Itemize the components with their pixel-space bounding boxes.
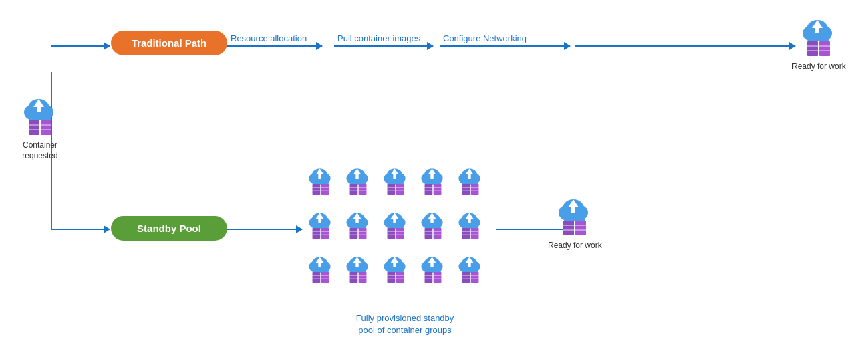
pool-icon-1 (303, 164, 338, 207)
svg-rect-72 (434, 184, 442, 195)
svg-rect-94 (321, 228, 329, 239)
label-pull-images: Pull container images (337, 33, 420, 43)
pool-icon-12 (341, 253, 376, 296)
svg-rect-116 (396, 228, 404, 239)
svg-rect-49 (350, 184, 358, 195)
svg-rect-104 (350, 228, 358, 239)
ready-for-work-top-label: Ready for work (792, 62, 846, 72)
ready-for-work-bottom-icon: Ready for work (548, 194, 602, 251)
svg-rect-148 (313, 272, 321, 283)
standby-pool-grid (303, 164, 488, 296)
pool-icon-10 (453, 209, 488, 251)
svg-rect-28 (575, 221, 586, 235)
svg-rect-105 (359, 228, 367, 239)
svg-rect-149 (321, 272, 329, 283)
svg-rect-193 (471, 272, 479, 283)
pool-icon-13 (378, 253, 413, 296)
container-requested-label: Containerrequested (22, 140, 57, 161)
arrow-standby-to-pool (227, 229, 302, 230)
pool-icon-15 (453, 253, 488, 296)
diagram: Resource allocation Pull container image… (0, 0, 868, 353)
pool-icon-7 (341, 209, 376, 251)
svg-rect-50 (359, 184, 367, 195)
arrow-configure-net (440, 45, 570, 47)
svg-rect-192 (462, 272, 470, 283)
box-svg-bottom (562, 218, 587, 238)
pool-icon-8 (378, 209, 413, 251)
svg-rect-170 (388, 272, 396, 283)
arrow-resource-alloc (227, 45, 322, 47)
pool-icon-4 (416, 164, 450, 207)
ready-for-work-top-icon: Ready for work (792, 15, 846, 72)
svg-rect-171 (396, 272, 404, 283)
svg-rect-83 (471, 184, 479, 195)
pool-icon-14 (416, 253, 450, 296)
arrow-pull-images (334, 45, 433, 47)
label-resource-allocation: Resource allocation (231, 33, 307, 43)
pool-icon-11 (303, 253, 338, 296)
svg-rect-181 (425, 272, 433, 283)
standby-pool-description: Fully provisioned standby pool of contai… (311, 312, 498, 336)
svg-rect-17 (819, 41, 830, 56)
svg-rect-137 (462, 228, 470, 239)
traditional-path-pill: Traditional Path (111, 31, 227, 55)
svg-rect-82 (462, 184, 470, 195)
svg-rect-39 (321, 184, 329, 195)
svg-rect-61 (396, 184, 404, 195)
pool-icon-9 (416, 209, 450, 251)
box-svg-top (806, 39, 831, 59)
svg-rect-182 (434, 272, 442, 283)
pool-icon-6 (303, 209, 338, 251)
svg-rect-5 (29, 120, 39, 135)
svg-rect-60 (388, 184, 396, 195)
arrow-to-ready-top (575, 45, 795, 47)
arrow-to-traditional (51, 45, 110, 47)
arrow-to-standby (51, 229, 110, 230)
svg-rect-16 (807, 41, 818, 56)
svg-rect-138 (471, 228, 479, 239)
container-requested-icon: Containerrequested (20, 94, 60, 161)
box-svg-main (27, 118, 53, 138)
svg-rect-159 (350, 272, 358, 283)
pool-icon-3 (378, 164, 413, 207)
svg-rect-127 (434, 228, 442, 239)
svg-rect-6 (41, 120, 51, 135)
svg-rect-71 (425, 184, 433, 195)
svg-rect-38 (313, 184, 321, 195)
svg-rect-160 (359, 272, 367, 283)
label-configure-net: Configure Networking (443, 33, 527, 43)
svg-rect-115 (388, 228, 396, 239)
svg-rect-27 (563, 221, 574, 235)
ready-for-work-bottom-label: Ready for work (548, 241, 602, 251)
standby-pool-pill: Standby Pool (111, 216, 227, 241)
pool-icon-5 (453, 164, 488, 207)
pool-icon-2 (341, 164, 376, 207)
svg-rect-93 (313, 228, 321, 239)
svg-rect-126 (425, 228, 433, 239)
